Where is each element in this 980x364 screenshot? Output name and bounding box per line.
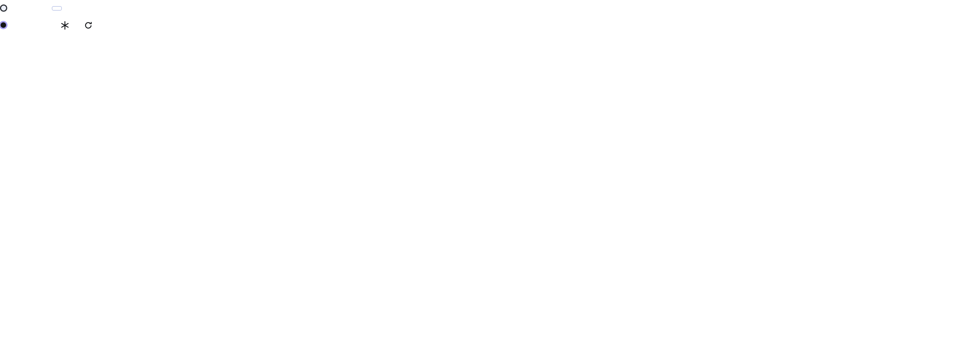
retry-status-badge <box>79 18 101 32</box>
failure-json-viewer <box>502 77 973 90</box>
timeline-active-bar <box>7 0 9 35</box>
input-section-label <box>21 61 495 73</box>
event-input-preview-chip[interactable] <box>52 6 62 11</box>
pending-operation-detail-panel <box>496 40 978 364</box>
timeline-filled-dot-icon <box>0 22 6 28</box>
scheduled-panel-header <box>16 40 495 56</box>
scheduled-event-detail-panel <box>16 40 495 364</box>
event-row-pending-nexus-operation[interactable] <box>12 17 980 34</box>
timeline-open-dot-icon <box>0 5 7 12</box>
retry-icon <box>84 21 92 29</box>
last-attempt-failure-label <box>502 61 978 73</box>
pending-panel-header <box>496 40 978 56</box>
asterisk-pending-icon <box>60 20 70 30</box>
event-row-nexus-operation-scheduled[interactable] <box>12 0 980 17</box>
input-json-viewer <box>21 77 490 90</box>
event-history-screen <box>0 0 980 364</box>
